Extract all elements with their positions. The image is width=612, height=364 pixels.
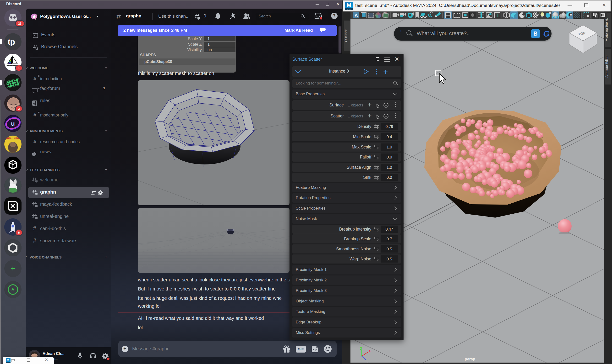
svg-text:Scale Z: Scale Z: [188, 42, 202, 47]
svg-text:Scale Y: Scale Y: [188, 37, 202, 41]
svg-text:1: 1: [208, 37, 210, 41]
svg-text:REAL ONE: REAL ONE: [6, 137, 20, 140]
svg-text:Visibility: Visibility: [187, 48, 202, 52]
svg-text:u: u: [11, 120, 15, 127]
svg-text:y: y: [360, 346, 362, 350]
svg-text:pCubeShape38: pCubeShape38: [144, 60, 172, 64]
svg-text:persp: persp: [465, 357, 475, 361]
svg-text:z: z: [367, 361, 369, 363]
svg-text:on: on: [208, 48, 212, 52]
svg-text:x: x: [369, 349, 371, 353]
svg-text:1: 1: [208, 42, 210, 46]
svg-text:SHAPES: SHAPES: [140, 53, 156, 57]
